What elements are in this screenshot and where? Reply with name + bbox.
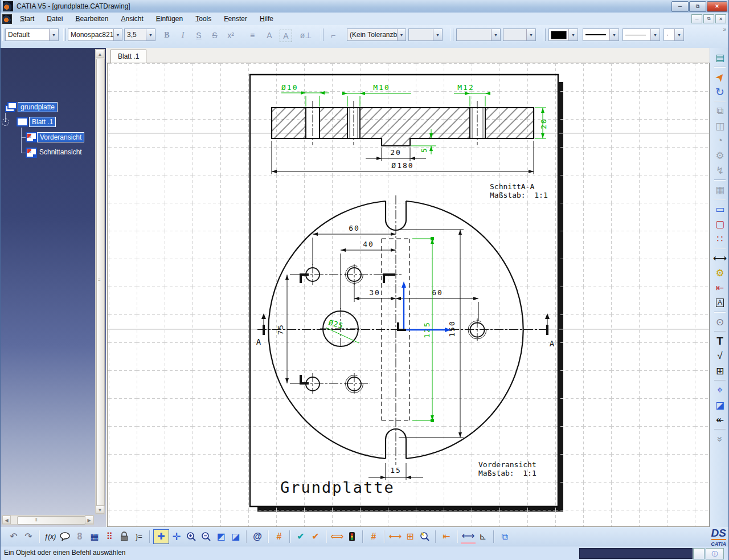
chevron-down-icon[interactable]: ▼ (397, 29, 406, 40)
generate-dimensions-icon[interactable]: ⟺ (330, 530, 345, 543)
zoom-in-icon[interactable] (184, 530, 199, 543)
dim-hole-diameter[interactable]: Ø10 (281, 83, 298, 92)
chevron-down-icon[interactable]: ▼ (146, 29, 155, 40)
formula-icon[interactable]: √ (712, 349, 728, 363)
toolbar-handle[interactable] (321, 28, 323, 41)
normal-view-icon[interactable]: ◩ (214, 530, 228, 543)
point-type-combo[interactable]: ·▼ (664, 28, 684, 41)
menu-bearbeiten[interactable]: Bearbeiten (71, 14, 113, 24)
text-with-frame-icon[interactable]: A (712, 295, 728, 310)
menu-einfuegen[interactable]: Einfügen (151, 14, 187, 24)
dimension-analysis-icon[interactable]: ⇤ (439, 530, 454, 543)
chevron-down-icon[interactable]: ▼ (568, 29, 578, 40)
tolerance-value-combo[interactable]: ▼ (408, 28, 443, 41)
font-size-combo[interactable]: 3,5▼ (124, 28, 155, 41)
lock-icon[interactable] (117, 530, 132, 543)
underline-button[interactable]: S (192, 28, 206, 42)
measure-between-icon[interactable]: ⟷ (461, 529, 476, 544)
sheet-icon[interactable] (17, 117, 28, 126)
dim-15[interactable]: 15 (390, 466, 402, 475)
knowledge-book-icon[interactable]: ⧉ (497, 530, 512, 543)
line-type-combo[interactable]: ▼ (622, 28, 660, 41)
sheet-views-icon[interactable]: ▤ (712, 50, 728, 65)
formula-fx-icon[interactable]: ƒ(x) (43, 530, 58, 543)
menu-datei[interactable]: Datei (42, 14, 67, 24)
doc-close-button[interactable]: ✕ (715, 14, 726, 23)
chevron-down-icon[interactable]: ▼ (674, 29, 683, 40)
analysis-display-icon[interactable] (345, 530, 359, 543)
redo-icon[interactable]: ↷ (21, 530, 36, 543)
dim-60-right[interactable]: 60 (432, 288, 443, 297)
clipping-view-icon[interactable]: ⚙ (712, 148, 728, 163)
tree-item-root[interactable]: grundplatte (18, 102, 58, 112)
document-icon[interactable] (2, 14, 12, 24)
section-view-icon[interactable]: ◫ (712, 118, 728, 133)
dimension-line-icon[interactable]: ⟷ (388, 530, 403, 543)
title-bar[interactable]: CATIA V5 - [grundplatte.CATDrawing] ─ ⧉ … (1, 0, 729, 13)
scroll-down-arrow[interactable]: ▼ (96, 505, 104, 514)
filter-magnifier-icon[interactable] (417, 530, 432, 543)
dim-150[interactable]: 150 (448, 320, 456, 337)
dim-groove-width[interactable]: 20 (390, 148, 402, 157)
menu-tools[interactable]: Tools (191, 14, 216, 24)
instantiate-2d-icon[interactable]: ∷ (712, 231, 728, 246)
chevron-down-icon[interactable]: ▼ (113, 29, 122, 40)
line-thickness-combo[interactable]: ▼ (583, 28, 619, 41)
toolbar-overflow-chevron[interactable]: » (723, 26, 726, 32)
frame-type-button[interactable]: A (280, 30, 292, 42)
chevron-down-icon[interactable]: ▼ (650, 29, 660, 40)
restore-button[interactable]: ⧉ (689, 1, 706, 12)
dim-outer-diameter[interactable]: Ø180 (391, 161, 413, 170)
area-fill-icon[interactable]: ◪ (712, 398, 728, 412)
insert-symbol-button[interactable]: ø⊥ (299, 28, 313, 42)
link-icon[interactable]: 8 (72, 530, 87, 543)
balloon-icon[interactable]: ⊙ (712, 314, 728, 329)
scroll-left-arrow[interactable]: ◀ (2, 516, 11, 524)
menu-hilfe[interactable]: Hilfe (255, 14, 278, 24)
color-combo[interactable]: ▼ (548, 28, 578, 41)
toolbar-more-chevron[interactable]: » (712, 431, 727, 447)
close-button[interactable]: ✕ (707, 1, 727, 12)
structure-tree-icon[interactable]: ⠿ (102, 530, 117, 543)
work-grid-icon[interactable]: # (366, 530, 381, 543)
dim-30[interactable]: 30 (369, 288, 380, 297)
toolbar-handle[interactable] (543, 28, 546, 41)
dim-60-top[interactable]: 60 (349, 224, 360, 232)
tree-horizontal-scrollbar[interactable]: ◀ ⦀ ▶ (2, 515, 94, 525)
text-anchor-button[interactable]: A (263, 28, 276, 42)
menu-ansicht[interactable]: Ansicht (116, 14, 148, 24)
tab-blatt-1[interactable]: Blatt .1 (110, 50, 146, 63)
drawing-canvas[interactable]: Ø10 M10 M12 20 5 20 Ø180 (108, 63, 709, 526)
toolbar-handle[interactable] (63, 28, 66, 41)
chained-dimension-icon[interactable]: ⇤ (712, 280, 728, 295)
help-button[interactable]: ⓘ (706, 548, 724, 559)
expander-icon[interactable]: - (2, 118, 9, 126)
measure-item-icon[interactable]: ⊾ (476, 530, 490, 543)
dim-thickness[interactable]: 20 (539, 118, 548, 129)
doc-restore-button[interactable]: ⧉ (703, 14, 714, 23)
axis-line-icon[interactable]: ⌖ (712, 383, 728, 398)
view-icon[interactable] (26, 132, 37, 142)
strikethrough-button[interactable]: S (208, 28, 222, 42)
anchor-point-button[interactable]: ⌐ (326, 28, 340, 42)
dim-75[interactable]: 75 (276, 324, 285, 335)
scrollbar-thumb[interactable] (17, 516, 85, 525)
scrollbar-thumb[interactable] (96, 59, 105, 506)
graphic-style-combo[interactable]: Default▼ (5, 28, 59, 41)
grid-icon[interactable]: # (272, 530, 286, 543)
update-view-icon[interactable]: ↯ (712, 163, 728, 178)
undo-icon[interactable]: ↶ (6, 530, 21, 543)
isometric-view-icon[interactable]: ◪ (228, 530, 243, 543)
detail-view-icon[interactable]: ◔ (712, 133, 728, 148)
sheet-layout-icon[interactable]: ▦ (712, 182, 728, 197)
zoom-out-icon[interactable] (199, 530, 214, 543)
design-table-icon[interactable]: ▦ (87, 530, 102, 543)
snap-to-point-icon[interactable]: ✔ (293, 530, 308, 543)
numeric-display-combo[interactable]: ▼ (456, 28, 501, 41)
new-view-icon[interactable]: ⧉ (712, 104, 728, 118)
tree-item-schnittansicht[interactable]: Schnittansicht (37, 148, 84, 157)
view-icon[interactable] (26, 148, 37, 158)
parameters-icon[interactable]: }= (132, 530, 146, 543)
menu-start[interactable]: Start (15, 14, 39, 24)
toolbar-handle[interactable] (450, 28, 453, 41)
